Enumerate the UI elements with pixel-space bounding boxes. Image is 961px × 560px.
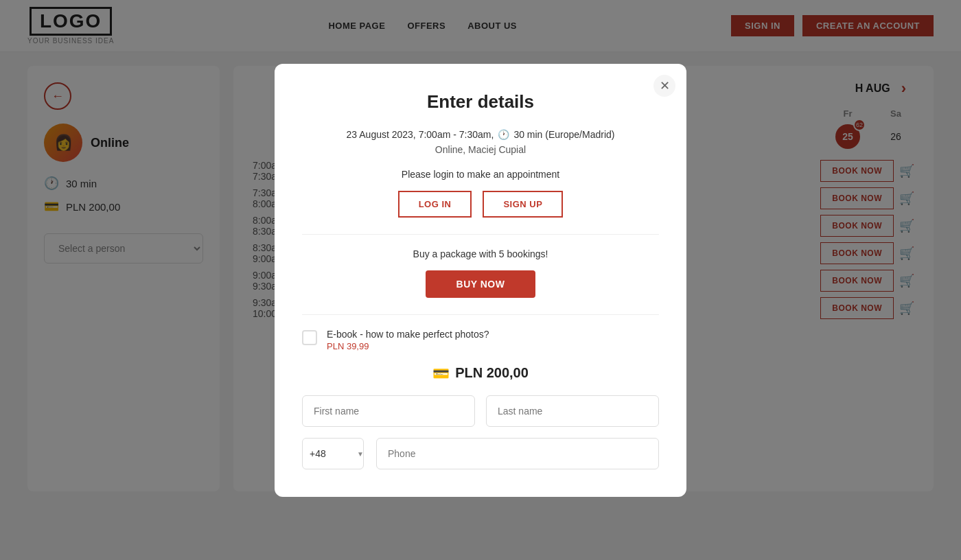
close-icon: ✕ <box>660 78 670 93</box>
phone-code-select[interactable]: +48 +1 +44 +33 +49 <box>302 438 364 469</box>
modal-overlay[interactable]: ✕ Enter details 23 August 2023, 7:00am -… <box>0 0 961 560</box>
modal: ✕ Enter details 23 August 2023, 7:00am -… <box>275 64 686 497</box>
sign-up-button[interactable]: SIGN UP <box>483 191 563 218</box>
modal-close-button[interactable]: ✕ <box>653 75 675 97</box>
total-price: 💳 PLN 200,00 <box>302 365 659 382</box>
ebook-offer: E-book - how to make perfect photos? PLN… <box>302 329 659 351</box>
phone-row: +48 +1 +44 +33 +49 <box>302 438 659 469</box>
modal-date-text: 23 August 2023, 7:00am - 7:30am, <box>347 129 494 140</box>
modal-title: Enter details <box>302 91 659 113</box>
ebook-title: E-book - how to make perfect photos? <box>327 329 489 340</box>
phone-code-wrapper: +48 +1 +44 +33 +49 <box>302 438 371 469</box>
total-price-value: PLN 200,00 <box>455 365 529 381</box>
buy-now-button[interactable]: BUY NOW <box>426 270 535 298</box>
first-name-input[interactable] <box>302 395 475 427</box>
divider <box>302 234 659 235</box>
log-in-button[interactable]: LOG IN <box>398 191 472 218</box>
auth-buttons: LOG IN SIGN UP <box>302 191 659 218</box>
ebook-details: E-book - how to make perfect photos? PLN… <box>327 329 489 351</box>
price-card-icon: 💳 <box>432 365 450 382</box>
phone-input[interactable] <box>376 438 659 469</box>
login-prompt: Please login to make an appointment <box>302 169 659 180</box>
ebook-price: PLN 39,99 <box>327 341 489 351</box>
modal-date: 23 August 2023, 7:00am - 7:30am, 🕐 30 mi… <box>302 129 659 140</box>
package-offer: Buy a package with 5 bookings! <box>302 248 659 259</box>
divider-2 <box>302 314 659 315</box>
modal-duration: 30 min (Europe/Madrid) <box>513 129 614 140</box>
modal-clock-icon: 🕐 <box>498 129 509 140</box>
ebook-checkbox[interactable] <box>302 330 317 345</box>
name-form-row <box>302 395 659 427</box>
last-name-input[interactable] <box>486 395 659 427</box>
modal-location: Online, Maciej Cupial <box>302 144 659 155</box>
